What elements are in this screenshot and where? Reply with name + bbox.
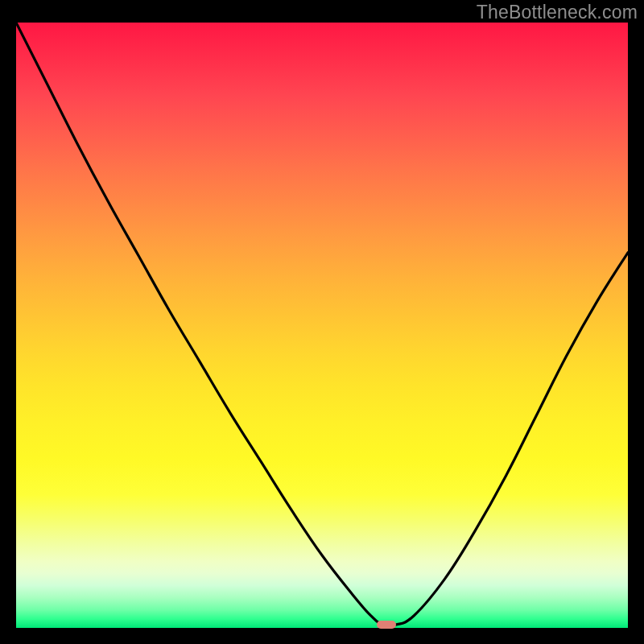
curve-layer xyxy=(16,23,628,628)
plot-area xyxy=(16,23,628,628)
chart-container: TheBottleneck.com xyxy=(0,0,644,644)
optimal-marker xyxy=(377,621,396,630)
bottleneck-curve xyxy=(16,23,628,626)
watermark-text: TheBottleneck.com xyxy=(477,2,638,23)
